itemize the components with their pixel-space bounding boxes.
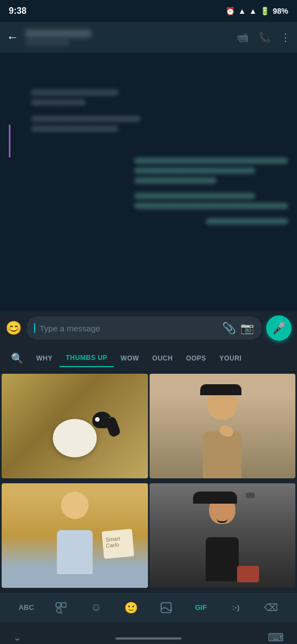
gif-item-girl-smiling[interactable] <box>150 483 296 588</box>
top-bar: ← 📹 📞 ⋮ <box>0 22 297 53</box>
gif-sticker-button[interactable] <box>155 597 177 619</box>
message-placeholder: Type a message <box>40 324 218 333</box>
mic-icon: 🎤 <box>272 321 286 335</box>
tab-wow[interactable]: WOW <box>114 350 146 367</box>
delete-button[interactable]: ⌫ <box>260 597 282 619</box>
abc-button[interactable]: ABC <box>15 597 37 619</box>
alarm-icon: ⏰ <box>226 7 235 15</box>
gif-button[interactable]: GIF <box>190 597 212 619</box>
gif-category-tabs: 🔍 WHY THUMBS UP WOW OUCH OOPS YOURI <box>0 345 297 372</box>
contact-name <box>25 30 91 37</box>
incoming-message-1 <box>31 89 288 109</box>
signal-icon: ▲ <box>249 7 257 15</box>
keyboard-switch-button[interactable]: ⌨ <box>268 631 284 644</box>
bubble-line <box>134 203 288 209</box>
svg-rect-1 <box>62 603 66 607</box>
sticker-search-icon <box>55 602 67 614</box>
gif-item-man-chin[interactable] <box>150 374 296 478</box>
call-icon[interactable]: 📞 <box>258 31 271 43</box>
tab-oops[interactable]: OOPS <box>179 350 213 367</box>
bubble-line <box>31 116 141 122</box>
collapse-chevron[interactable]: ⌄ <box>13 631 21 643</box>
status-icons: ⏰ ▲ ▲ 🔋 98% <box>226 7 288 15</box>
tab-youri[interactable]: YOURI <box>213 350 249 367</box>
tab-ouch[interactable]: OUCH <box>146 350 179 367</box>
attach-icon[interactable]: 📎 <box>222 321 236 335</box>
sticker-button[interactable]: 🙂 <box>120 597 142 619</box>
bubble-line <box>134 157 288 164</box>
emoticon-button[interactable]: :-) <box>225 597 247 619</box>
outgoing-message-3 <box>9 218 288 228</box>
bubble-line <box>31 99 86 106</box>
bubble-line <box>206 218 288 225</box>
bubble-line <box>134 177 217 184</box>
home-indicator <box>116 637 182 640</box>
mic-button[interactable]: 🎤 <box>266 315 292 341</box>
video-call-icon[interactable]: 📹 <box>237 31 249 43</box>
bubble-line <box>134 193 255 199</box>
bubble-line <box>31 89 119 96</box>
status-time: 9:38 <box>9 6 26 16</box>
wifi-icon: ▲ <box>238 7 246 15</box>
keyboard-toolbar: ABC ☺ 🙂 GIF :-) ⌫ <box>0 592 297 622</box>
input-bar: 😊 Type a message 📎 📷 🎤 <box>0 312 297 345</box>
status-bar: 9:38 ⏰ ▲ ▲ 🔋 98% <box>0 0 297 22</box>
sticker-search-button[interactable] <box>50 597 72 619</box>
svg-point-2 <box>57 608 61 613</box>
gif-item-sheep[interactable] <box>2 374 148 478</box>
outgoing-message-2 <box>9 193 288 212</box>
purple-accent-line <box>9 124 10 157</box>
svg-line-3 <box>61 612 62 614</box>
contact-info <box>25 30 230 45</box>
battery-percentage: 98% <box>273 7 288 15</box>
svg-rect-0 <box>56 603 61 607</box>
top-action-icons: 📹 📞 ⋮ <box>237 31 290 43</box>
tab-thumbs-up[interactable]: THUMBS UP <box>59 350 114 367</box>
text-cursor <box>34 323 35 333</box>
bubble-line <box>31 125 119 132</box>
bottom-nav: ⌄ ⌨ <box>0 622 297 644</box>
more-icon[interactable]: ⋮ <box>280 31 290 43</box>
gif-item-boy-paper[interactable]: Smart Carlo <box>2 483 148 588</box>
battery-icon: 🔋 <box>260 7 270 15</box>
emoji-panel-button[interactable]: ☺ <box>85 597 107 619</box>
tab-why[interactable]: WHY <box>30 350 59 367</box>
contact-status <box>25 40 69 45</box>
back-button[interactable]: ← <box>7 30 19 45</box>
camera-icon[interactable]: 📷 <box>240 321 254 335</box>
gif-grid: Smart Carlo <box>0 372 297 592</box>
chat-area <box>0 53 297 312</box>
emoji-button[interactable]: 😊 <box>6 320 22 336</box>
message-input-field[interactable]: Type a message 📎 📷 <box>26 316 262 340</box>
gif-search-icon[interactable]: 🔍 <box>4 352 30 364</box>
outgoing-message-1 <box>9 157 288 187</box>
incoming-message-2 <box>31 116 288 135</box>
sticker-icon <box>160 602 172 614</box>
bubble-line <box>134 167 255 174</box>
